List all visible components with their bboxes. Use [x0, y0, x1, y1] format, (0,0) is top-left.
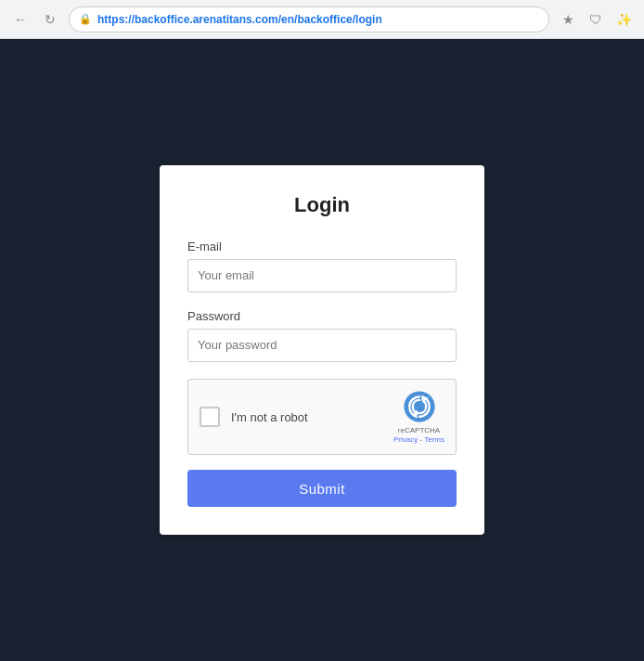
shield-button[interactable]: 🛡 — [585, 8, 607, 31]
recaptcha-logo-icon — [402, 389, 437, 424]
page-content: Login E-mail Password I'm not a robot — [0, 39, 644, 661]
recaptcha-branding: reCAPTCHA Privacy - Terms — [393, 426, 444, 446]
back-button[interactable]: ← — [9, 8, 32, 31]
extension-button[interactable]: ✨ — [612, 8, 635, 31]
email-label: E-mail — [187, 240, 457, 253]
star-button[interactable]: ★ — [557, 8, 579, 31]
recaptcha-box: I'm not a robot reCAPTCHA Privacy - Term… — [187, 379, 457, 456]
email-group: E-mail — [187, 240, 457, 292]
recaptcha-right: reCAPTCHA Privacy - Terms — [393, 389, 444, 446]
recaptcha-label: I'm not a robot — [231, 410, 308, 424]
email-input[interactable] — [187, 259, 457, 292]
login-card: Login E-mail Password I'm not a robot — [160, 165, 484, 536]
address-text: https://backoffice.arenatitans.com/en/ba… — [97, 13, 382, 26]
recaptcha-left: I'm not a robot — [200, 407, 308, 427]
reload-button[interactable]: ↻ — [39, 8, 61, 31]
recaptcha-terms-link[interactable]: Terms — [424, 435, 444, 444]
address-bar: 🔒 https://backoffice.arenatitans.com/en/… — [69, 6, 549, 32]
browser-actions: ★ 🛡 ✨ — [557, 8, 635, 31]
lock-icon: 🔒 — [79, 13, 92, 25]
login-title: Login — [187, 193, 457, 217]
password-label: Password — [187, 309, 457, 323]
recaptcha-checkbox[interactable] — [200, 407, 220, 427]
recaptcha-privacy-link[interactable]: Privacy — [393, 435, 418, 444]
password-input[interactable] — [187, 329, 457, 362]
password-group: Password — [187, 309, 457, 362]
browser-chrome: ← ↻ 🔒 https://backoffice.arenatitans.com… — [0, 0, 644, 39]
submit-button[interactable]: Submit — [187, 470, 457, 507]
